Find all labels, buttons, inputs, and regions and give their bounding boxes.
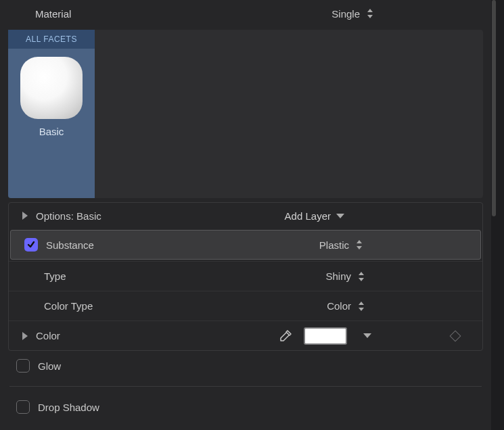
glow-checkbox[interactable] <box>16 359 30 373</box>
updown-icon <box>358 301 365 312</box>
material-preview <box>20 57 83 119</box>
dropshadow-row[interactable]: Drop Shadow <box>0 392 491 422</box>
options-label: Options: Basic <box>36 210 101 222</box>
glow-label: Glow <box>38 360 61 372</box>
color-swatch[interactable] <box>304 327 347 345</box>
updown-icon <box>367 8 373 19</box>
facet-card[interactable]: ALL FACETS Basic <box>8 30 95 198</box>
material-label: Material <box>35 8 71 20</box>
type-value: Shiny <box>325 270 351 282</box>
dropshadow-checkbox[interactable] <box>16 400 30 414</box>
color-row[interactable]: Color <box>9 320 482 350</box>
material-mode-value: Single <box>331 8 360 20</box>
add-layer-button[interactable]: Add Layer <box>285 210 466 222</box>
color-label: Color <box>36 330 60 341</box>
substance-value: Plastic <box>319 239 349 251</box>
chevron-down-icon[interactable] <box>363 333 371 338</box>
substance-label: Substance <box>46 239 94 251</box>
scrollbar-thumb[interactable] <box>492 0 496 216</box>
dropshadow-label: Drop Shadow <box>38 402 99 413</box>
chevron-down-icon <box>336 214 344 218</box>
substance-select[interactable]: Plastic <box>319 239 464 251</box>
facet-preview-label: Basic <box>39 126 64 137</box>
disclosure-right-icon <box>22 332 28 340</box>
type-label: Type <box>44 270 66 282</box>
updown-icon <box>358 271 365 282</box>
type-select[interactable]: Shiny <box>325 270 466 282</box>
disclosure-right-icon <box>22 212 28 220</box>
divider <box>9 386 482 387</box>
facet-strip: ALL FACETS Basic <box>8 30 483 198</box>
inspector-panel: Material Single ALL FACETS Basic Options… <box>0 0 491 430</box>
glow-row[interactable]: Glow <box>0 351 491 381</box>
colortype-row: Color Type Color <box>9 291 482 320</box>
add-layer-label: Add Layer <box>285 210 331 222</box>
updown-icon <box>356 239 363 250</box>
type-row: Type Shiny <box>9 261 482 291</box>
material-options-section: Options: Basic Add Layer Substance Plast… <box>8 202 483 351</box>
options-header[interactable]: Options: Basic Add Layer <box>9 203 482 229</box>
eyedropper-icon[interactable] <box>278 329 293 343</box>
colortype-label: Color Type <box>44 300 93 312</box>
facet-tab-all[interactable]: ALL FACETS <box>8 30 95 49</box>
material-header-row: Material Single <box>0 0 491 27</box>
colortype-select[interactable]: Color <box>327 300 466 312</box>
substance-row[interactable]: Substance Plastic <box>10 230 481 260</box>
colortype-value: Color <box>327 300 351 312</box>
material-mode-select[interactable]: Single <box>331 8 475 20</box>
color-controls <box>278 327 466 345</box>
substance-checkbox[interactable] <box>24 238 38 252</box>
